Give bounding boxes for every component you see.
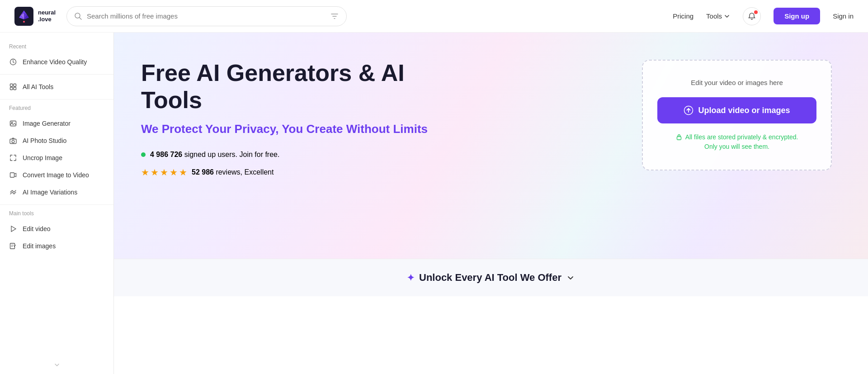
signup-button[interactable]: Sign up [774,8,820,24]
sidebar-item-label: AI Photo Studio [23,137,66,144]
search-icon [74,12,82,20]
upload-icon [684,105,693,115]
sidebar-divider-2 [0,99,113,99]
sidebar-item-label: Uncrop Image [23,154,62,161]
svg-point-9 [11,122,12,123]
active-dot [141,152,146,157]
hero-reviews: ★ ★ ★ ★ ★ 52 986 reviews, Excellent [141,167,448,178]
clock-icon [9,58,17,66]
chevron-down-icon [724,13,730,19]
sidebar-item-label: All AI Tools [23,83,53,90]
svg-rect-12 [10,173,14,177]
film-icon [9,171,17,179]
sidebar-item-label: Convert Image to Video [23,171,89,179]
hero-title: Free AI Generators & AI Tools [141,60,448,114]
scroll-indicator [52,360,61,369]
main-content: Free AI Generators & AI Tools We Protect… [114,33,868,374]
header: neural .love Pricing Tools Sign u [0,0,868,33]
sidebar-item-convert-image[interactable]: Convert Image to Video [0,166,113,184]
svg-rect-6 [10,87,13,90]
logo[interactable]: neural .love [14,7,56,26]
sidebar-item-all-tools[interactable]: All AI Tools [0,78,113,95]
users-count: 4 986 726 signed up users. Join for free… [150,151,279,159]
sidebar: Recent Enhance Video Quality All AI [0,33,114,374]
reviews-count: 52 986 reviews, Excellent [192,168,274,176]
hero-users: 4 986 726 signed up users. Join for free… [141,151,448,159]
main-layout: Recent Enhance Video Quality All AI [0,33,868,374]
filter-icon[interactable] [330,12,339,21]
svg-point-11 [12,140,14,143]
sidebar-divider [0,74,113,75]
unlock-sparkle-icon: ✦ [407,272,415,283]
svg-point-2 [75,13,80,18]
svg-rect-4 [10,84,13,87]
sidebar-item-uncrop[interactable]: Uncrop Image [0,149,113,166]
unlock-text: ✦ Unlock Every AI Tool We Offer [407,272,575,284]
sidebar-item-edit-images[interactable]: Edit images [0,237,113,255]
svg-rect-7 [14,87,16,90]
unlock-chevron-icon [566,273,575,282]
header-nav: Pricing Tools Sign up Sign in [673,7,854,25]
sidebar-item-photo-studio[interactable]: AI Photo Studio [0,132,113,149]
main-tools-label: Main tools [0,208,113,220]
sidebar-item-ai-variations[interactable]: AI Image Variations [0,184,113,201]
variations-icon [9,188,17,196]
star-5: ★ [179,167,187,178]
sidebar-item-edit-video[interactable]: Edit video [0,220,113,237]
sidebar-item-label: Edit images [23,242,56,250]
notifications-bell[interactable] [743,7,761,25]
play-icon [9,225,17,233]
sidebar-item-label: Edit video [23,225,50,232]
signin-link[interactable]: Sign in [833,12,854,20]
hero-section: Free AI Generators & AI Tools We Protect… [114,33,868,259]
logo-icon [14,7,33,26]
recent-label: Recent [0,42,113,53]
svg-point-1 [23,21,25,23]
star-4: ★ [170,167,178,178]
search-bar [66,6,347,26]
sidebar-item-image-generator[interactable]: Image Generator [0,115,113,132]
svg-rect-5 [14,84,16,87]
featured-label: Featured [0,103,113,115]
star-3: ★ [160,167,168,178]
image-icon [9,119,17,128]
upload-card: Edit your video or images here Upload vi… [642,60,832,170]
star-2: ★ [151,167,159,178]
svg-rect-8 [10,121,16,126]
hero-text: Free AI Generators & AI Tools We Protect… [141,60,448,178]
sidebar-item-label: Enhance Video Quality [23,58,87,66]
sidebar-item-label: AI Image Variations [23,189,77,196]
tools-dropdown[interactable]: Tools [706,12,730,20]
svg-marker-13 [11,226,16,232]
lock-icon [676,134,682,140]
edit-icon [9,242,17,250]
sidebar-item-label: Image Generator [23,120,71,127]
notification-dot [754,10,758,14]
sidebar-item-enhance-video[interactable]: Enhance Video Quality [0,53,113,71]
stars: ★ ★ ★ ★ ★ [141,167,187,178]
sidebar-divider-3 [0,204,113,205]
uncrop-icon [9,154,17,162]
search-input[interactable] [87,12,326,20]
upload-card-label: Edit your video or images here [691,79,783,86]
logo-text: neural .love [38,9,56,23]
pricing-link[interactable]: Pricing [673,12,693,20]
svg-rect-16 [677,137,681,140]
grid-icon [9,83,17,91]
upload-button[interactable]: Upload video or images [657,97,816,123]
unlock-section[interactable]: ✦ Unlock Every AI Tool We Offer [114,259,868,296]
camera-icon [9,137,17,145]
hero-subtitle: We Protect Your Privacy, You Create With… [141,122,448,136]
star-1: ★ [141,167,149,178]
upload-privacy-text: All files are stored privately & encrypt… [676,133,798,151]
